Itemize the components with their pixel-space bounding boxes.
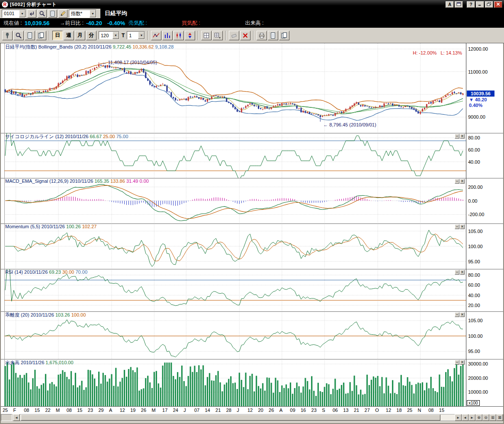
panel-minimize-icon[interactable]: − [455,224,459,229]
change-pct-value: -0.40% [107,20,125,26]
app-logo-icon: R [2,1,8,8]
y-axis-label: 40.00 [468,159,480,165]
period-monthly-button[interactable]: 月 [75,31,85,40]
memo-button[interactable] [48,10,57,18]
scrollbar-grip[interactable] [1,414,12,421]
maximize-button[interactable] [485,1,493,8]
preset-combo[interactable]: 0101 ▼ [2,10,26,18]
y-axis-label: 60.00 [468,282,480,288]
volume-label: 出来高 : [245,19,264,27]
updown-marker-button[interactable] [185,31,195,40]
y-axis-label: 105.00 [468,229,483,234]
panel-close-icon[interactable]: × [460,134,465,139]
x-axis-label: J [183,408,186,413]
annotation-mode-button[interactable]: A [446,1,454,8]
search-symbol-button[interactable] [38,10,47,18]
y-axis-label: 10000.00 [468,389,488,395]
panel-controls: −× [455,134,465,139]
y-axis-label: 100.00 [468,244,483,249]
panel-header: 出来高 2010/11/26 1,675,010.00 [5,359,74,366]
horizontal-scrollbar[interactable]: ◄ ► ◄ ► ⊕ ⊖ ⊞ ⊠ [1,414,503,421]
bar-count-value: 120 [101,33,109,38]
grid-menu-button[interactable] [212,31,223,40]
x-axis-label: F [13,408,16,413]
zoom-tool-button[interactable] [13,31,24,40]
y-axis-label: 200.00 [468,184,483,190]
scrollbar-thumb[interactable] [21,414,440,421]
bar-chart-type-button[interactable] [162,31,173,40]
x-axis-label: N [418,408,421,413]
index-type-combo[interactable]: 指数* ▼ [69,10,96,18]
panel-minimize-icon[interactable]: − [455,312,459,317]
y-axis-label: 95.00 [468,349,480,354]
close-button[interactable] [494,1,502,8]
apply-button[interactable] [27,10,36,18]
print-button[interactable] [257,31,267,40]
copy-chart-button[interactable] [25,31,35,40]
help-button[interactable]: ? [467,1,475,8]
window-mode-icon[interactable] [455,1,463,8]
x-axis-label: 22 [45,408,50,413]
scroll-right-icon[interactable]: ► [455,414,462,421]
panel-close-icon[interactable]: × [460,179,465,184]
panel-plot-macd[interactable] [1,178,503,223]
panel-plot-kairi[interactable] [1,311,503,359]
chevron-down-icon[interactable]: ▼ [19,10,26,17]
chevron-down-icon[interactable]: ▼ [112,32,119,39]
grid-settings-button[interactable] [201,31,212,40]
panel-plot-momentum[interactable] [1,223,503,269]
scrollbar-track[interactable] [20,414,455,421]
panel-close-icon[interactable]: × [460,360,465,365]
x-axis-label: 26 [141,408,146,413]
low-annotation: ← 8,796.45 (2010/09/01) [323,122,376,127]
panel-plot-rsi[interactable] [1,269,503,311]
minimize-button[interactable] [476,1,484,8]
candle-chart-type-button[interactable] [173,31,184,40]
period-daily-button[interactable]: 日 [52,31,63,40]
chevron-down-icon[interactable]: ▼ [90,10,96,17]
x-axis-label: 21 [215,408,221,413]
panel-minimize-icon[interactable]: − [455,270,459,275]
expand-icon[interactable]: ⊞ [489,414,496,421]
zoom-in-icon[interactable]: ⊕ [475,414,482,421]
page-setup-button[interactable] [268,31,278,40]
panel-close-icon[interactable]: × [460,224,465,229]
edit-button[interactable] [58,10,67,18]
period-weekly-button[interactable]: 週 [64,31,74,40]
panel-plot-main[interactable]: ← 11,408.17 (2010/04/05)← 8,796.45 (2010… [1,43,503,133]
period-minute-button[interactable]: 分 [86,31,96,40]
line-chart-type-button[interactable] [151,31,161,40]
chevron-down-icon[interactable]: ▼ [138,32,144,39]
panel-minimize-icon[interactable]: − [455,360,459,365]
y-axis-label: 100.00 [468,333,483,339]
x-axis-label: 08 [24,408,29,413]
indicator-value: 133.86 [109,178,125,184]
detach-icon[interactable]: ⊠ [496,414,503,421]
panel-close-icon[interactable]: × [460,270,465,275]
toolbar-separator [148,31,148,40]
zoom-out-icon[interactable]: ⊖ [482,414,489,421]
interval-value: 1 [129,33,132,38]
bid-label: 買気配 : [182,19,200,27]
scroll-left-icon[interactable]: ◄ [13,414,20,421]
panel-controls: −× [455,360,465,365]
export-button[interactable] [279,31,289,40]
volume-unit-label: x100 [467,400,480,406]
panel-close-icon[interactable]: × [460,312,465,317]
titlebar[interactable]: R [5002] 分析チャート A ? [0,0,504,9]
shift-left-icon[interactable]: ◄ [462,414,469,421]
shift-right-icon[interactable]: ► [469,414,475,421]
eraser-button[interactable] [229,31,239,40]
pointer-tool-button[interactable] [2,31,13,40]
panel-minimize-icon[interactable]: − [455,179,459,184]
y-axis-label: 11000.00 [468,69,488,74]
panel-minimize-icon[interactable]: − [455,134,459,139]
indicator-value: 1,675,010.00 [44,360,73,365]
bar-count-combo[interactable]: 120 ▼ [99,31,119,39]
new-chart-button[interactable] [36,31,46,40]
interval-combo[interactable]: 1 ▼ [127,31,145,39]
panel-plot-volume[interactable] [1,359,503,406]
indicator-value: 75.00 [115,134,128,139]
x-axis-label: 12 [386,408,391,413]
delete-drawings-button[interactable] [240,31,250,40]
